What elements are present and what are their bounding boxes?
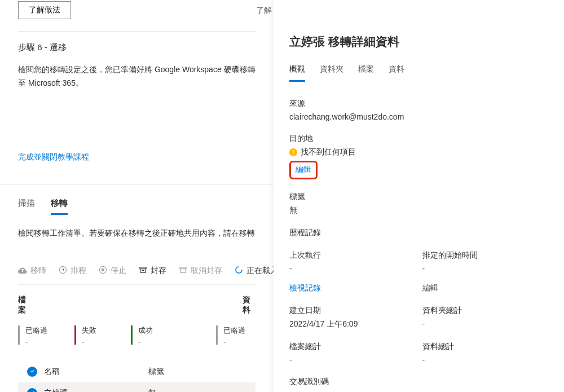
toolbar-schedule-label: 排程 [70,266,86,276]
main-tabs: 掃描 移轉 [18,198,255,215]
stat-skipped-value: - [25,338,47,346]
learn-how-button[interactable]: 了解做法 [18,1,71,19]
tag-value: 無 [289,205,544,215]
cloud-upload-icon [18,266,27,276]
stat-bar-success [131,325,133,345]
svg-rect-2 [102,268,104,271]
panel-title: 立婷張 移轉詳細資料 [289,34,544,50]
files-total-value: - [289,355,411,364]
stop-icon [99,266,107,276]
stat-bar-skipped2 [216,325,218,345]
source-label: 來源 [289,99,544,109]
stat-skipped-label: 已略過 [25,325,47,336]
stats-header-files: 檔案 [18,295,31,315]
stat-success-value: - [138,338,153,346]
col-header-name[interactable]: 名稱 [44,367,148,377]
stat-bar-failed [74,325,76,345]
folders-total-label: 資料夾總計 [422,306,544,316]
toolbar-archive[interactable]: 封存 [139,266,166,276]
transaction-id-label: 交易識別碼 [289,377,544,387]
created-label: 建立日期 [289,306,411,316]
stat-skipped2-value: - [223,338,245,346]
table-header: 名稱 標籤 [18,361,255,382]
warning-icon: ! [289,148,297,156]
divider [18,32,255,32]
row-tag: 無 [148,388,253,392]
scheduled-start-value: - [422,264,544,273]
panel-tab-overview[interactable]: 概觀 [289,64,305,82]
stat-failed-value: - [82,338,96,346]
stats-header-data: 資料 [243,295,255,315]
toolbar-unarchive: 取消封存 [179,266,222,276]
toolbar-stop-label: 停止 [111,266,126,276]
step-title: 步驟 6 - 遷移 [18,42,255,53]
edit-destination-link[interactable]: 編輯 [296,165,311,174]
svg-rect-7 [180,269,186,273]
toolbar-migrate: 移轉 [18,266,46,276]
stat-failed-label: 失敗 [82,325,96,336]
edit-schedule-link[interactable]: 編輯 [422,283,438,292]
destination-label: 目的地 [289,134,544,144]
folders-total-value: - [422,319,544,328]
created-value: 2022/4/17 上午6:09 [289,319,411,329]
destination-value: 找不到任何項目 [301,147,356,157]
panel-tabs: 概觀 資料夾 檔案 資料 [289,64,544,82]
stat-bar-skipped [18,325,20,345]
stats-row: 已略過 - 失敗 - 成功 - [18,325,255,346]
edit-destination-highlight: 編輯 [289,161,318,179]
stat-skipped2-label: 已略過 [223,325,245,336]
clock-icon [59,266,67,276]
lastrun-label: 上次執行 [289,250,411,261]
tab-scan[interactable]: 掃描 [18,198,35,215]
migration-description: 檢閱移轉工作清單。若要確保在移轉之後正確地共用內容，請在移轉前先設定身分 [18,228,255,239]
archive-icon [139,266,147,276]
panel-tab-folders[interactable]: 資料夾 [320,64,343,82]
toolbar-archive-label: 封存 [151,266,166,276]
select-all-checkbox[interactable] [27,367,37,377]
source-value: clairechang.work@must2do.com [289,112,544,121]
panel-tab-files[interactable]: 檔案 [358,64,374,82]
row-checkbox[interactable] [27,388,37,392]
scheduled-start-label: 排定的開始時間 [422,250,544,261]
stat-success-label: 成功 [138,325,153,336]
files-total-label: 檔案總計 [289,342,411,352]
view-log-link[interactable]: 檢視記錄 [289,283,321,292]
details-panel: 立婷張 移轉詳細資料 概觀 資料夾 檔案 資料 來源 clairechang.w… [274,0,564,392]
tag-label: 標籤 [289,192,544,202]
finish-close-tutorial-link[interactable]: 完成並關閉教學課程 [18,152,89,162]
history-label: 歷程記錄 [289,228,544,238]
panel-tab-data[interactable]: 資料 [389,64,404,82]
tab-migrate[interactable]: 移轉 [51,198,68,215]
data-total-value: - [422,355,544,364]
table-row[interactable]: 立婷張 無 [18,382,255,392]
row-name: 立婷張 [44,388,148,392]
toolbar-schedule: 排程 [59,266,86,276]
lastrun-value: - [289,264,411,273]
col-header-tag[interactable]: 標籤 [148,367,253,377]
data-total-label: 資料總計 [422,342,544,352]
toolbar-migrate-label: 移轉 [30,266,46,276]
step-description: 檢閱您的移轉設定之後，您已準備好將 Google Workspace 硬碟移轉至… [18,63,255,90]
svg-point-8 [236,267,242,273]
learn-how-button-peek: 了解 [256,6,272,16]
toolbar-unarchive-label: 取消封存 [191,266,222,276]
spinner-icon [235,266,243,276]
toolbar: 移轉 排程 停止 封存 [18,266,255,285]
unarchive-icon [179,266,187,276]
toolbar-stop: 停止 [99,266,126,276]
